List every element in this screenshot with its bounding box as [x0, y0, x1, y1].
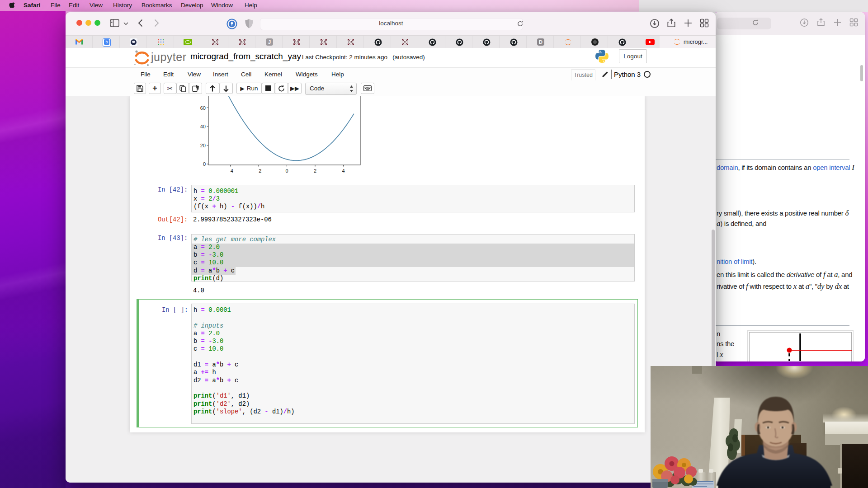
svg-text:−2: −2 [256, 168, 262, 174]
svg-text:0: 0 [203, 161, 206, 167]
svg-text:−4: −4 [227, 168, 233, 174]
svg-text:20: 20 [200, 143, 206, 148]
svg-text:40: 40 [200, 124, 206, 129]
svg-text:60: 60 [200, 105, 206, 111]
svg-text:0: 0 [285, 168, 288, 174]
svg-text:4: 4 [342, 168, 344, 174]
svg-text:2: 2 [314, 168, 316, 174]
